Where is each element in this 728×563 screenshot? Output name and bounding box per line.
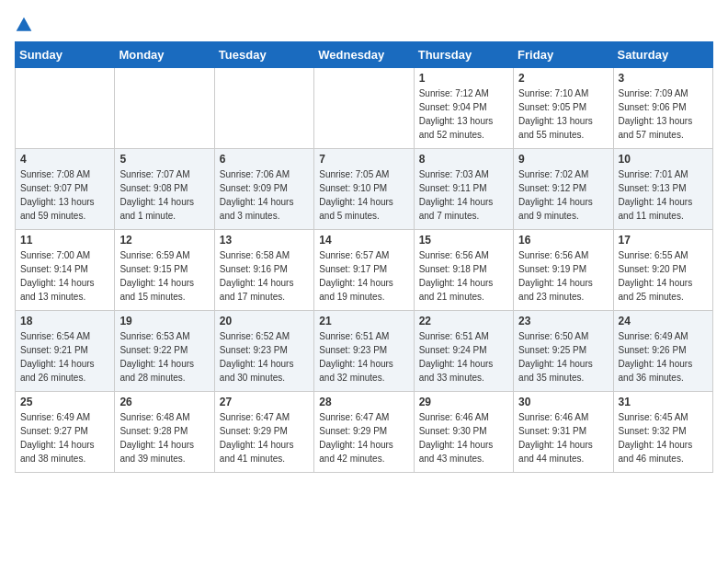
calendar-cell: 8Sunrise: 7:03 AM Sunset: 9:11 PM Daylig… xyxy=(414,149,513,230)
calendar-cell: 14Sunrise: 6:57 AM Sunset: 9:17 PM Dayli… xyxy=(314,230,414,311)
day-info: Sunrise: 7:05 AM Sunset: 9:10 PM Dayligh… xyxy=(319,167,408,223)
day-number: 28 xyxy=(319,396,408,408)
day-number: 27 xyxy=(220,396,309,408)
day-number: 23 xyxy=(518,315,608,327)
day-number: 16 xyxy=(518,234,608,247)
day-info: Sunrise: 6:49 AM Sunset: 9:26 PM Dayligh… xyxy=(619,329,708,385)
day-info: Sunrise: 7:12 AM Sunset: 9:04 PM Dayligh… xyxy=(419,86,508,142)
calendar-body: 1Sunrise: 7:12 AM Sunset: 9:04 PM Daylig… xyxy=(16,68,713,473)
calendar-cell: 7Sunrise: 7:05 AM Sunset: 9:10 PM Daylig… xyxy=(314,149,414,230)
calendar-cell xyxy=(214,68,313,149)
day-number: 6 xyxy=(220,153,309,166)
day-info: Sunrise: 6:47 AM Sunset: 9:29 PM Dayligh… xyxy=(220,410,309,465)
day-number: 19 xyxy=(119,315,209,327)
calendar-cell: 30Sunrise: 6:46 AM Sunset: 9:31 PM Dayli… xyxy=(514,392,613,473)
day-info: Sunrise: 6:54 AM Sunset: 9:21 PM Dayligh… xyxy=(20,329,109,385)
day-info: Sunrise: 7:07 AM Sunset: 9:08 PM Dayligh… xyxy=(119,167,209,223)
day-info: Sunrise: 6:52 AM Sunset: 9:23 PM Dayligh… xyxy=(220,329,309,385)
calendar-cell: 25Sunrise: 6:49 AM Sunset: 9:27 PM Dayli… xyxy=(16,392,115,473)
day-number: 26 xyxy=(119,396,209,408)
weekday-header-row: SundayMondayTuesdayWednesdayThursdayFrid… xyxy=(16,42,713,68)
day-info: Sunrise: 6:51 AM Sunset: 9:23 PM Dayligh… xyxy=(319,329,408,385)
day-number: 29 xyxy=(419,396,508,408)
day-info: Sunrise: 7:01 AM Sunset: 9:13 PM Dayligh… xyxy=(619,167,708,223)
day-info: Sunrise: 7:09 AM Sunset: 9:06 PM Dayligh… xyxy=(619,86,708,142)
day-info: Sunrise: 6:56 AM Sunset: 9:19 PM Dayligh… xyxy=(518,248,608,304)
day-number: 2 xyxy=(518,72,608,85)
calendar-cell: 10Sunrise: 7:01 AM Sunset: 9:13 PM Dayli… xyxy=(613,149,712,230)
day-info: Sunrise: 6:51 AM Sunset: 9:24 PM Dayligh… xyxy=(419,329,508,385)
calendar-cell: 2Sunrise: 7:10 AM Sunset: 9:05 PM Daylig… xyxy=(514,68,613,149)
day-info: Sunrise: 6:46 AM Sunset: 9:31 PM Dayligh… xyxy=(518,410,608,465)
calendar-week-5: 25Sunrise: 6:49 AM Sunset: 9:27 PM Dayli… xyxy=(16,392,713,473)
day-number: 14 xyxy=(319,234,408,247)
day-number: 3 xyxy=(619,72,708,85)
day-number: 15 xyxy=(419,234,508,247)
calendar-cell: 17Sunrise: 6:55 AM Sunset: 9:20 PM Dayli… xyxy=(613,230,712,311)
day-info: Sunrise: 6:49 AM Sunset: 9:27 PM Dayligh… xyxy=(20,410,109,465)
day-number: 8 xyxy=(419,153,508,166)
calendar-cell: 22Sunrise: 6:51 AM Sunset: 9:24 PM Dayli… xyxy=(414,311,513,392)
day-info: Sunrise: 6:58 AM Sunset: 9:16 PM Dayligh… xyxy=(220,248,309,304)
calendar-cell: 11Sunrise: 7:00 AM Sunset: 9:14 PM Dayli… xyxy=(16,230,115,311)
day-info: Sunrise: 6:48 AM Sunset: 9:28 PM Dayligh… xyxy=(119,410,209,465)
day-number: 4 xyxy=(20,153,109,166)
calendar-cell: 29Sunrise: 6:46 AM Sunset: 9:30 PM Dayli… xyxy=(414,392,513,473)
weekday-friday: Friday xyxy=(514,42,613,68)
calendar-cell: 15Sunrise: 6:56 AM Sunset: 9:18 PM Dayli… xyxy=(414,230,513,311)
logo xyxy=(15,15,37,34)
calendar-cell: 12Sunrise: 6:59 AM Sunset: 9:15 PM Dayli… xyxy=(115,230,214,311)
day-number: 20 xyxy=(220,315,309,327)
calendar-cell: 27Sunrise: 6:47 AM Sunset: 9:29 PM Dayli… xyxy=(214,392,313,473)
day-info: Sunrise: 6:56 AM Sunset: 9:18 PM Dayligh… xyxy=(419,248,508,304)
day-number: 17 xyxy=(619,234,708,247)
svg-marker-0 xyxy=(17,17,32,30)
weekday-thursday: Thursday xyxy=(414,42,513,68)
calendar-cell: 9Sunrise: 7:02 AM Sunset: 9:12 PM Daylig… xyxy=(514,149,613,230)
calendar-cell: 21Sunrise: 6:51 AM Sunset: 9:23 PM Dayli… xyxy=(314,311,414,392)
calendar-cell: 6Sunrise: 7:06 AM Sunset: 9:09 PM Daylig… xyxy=(214,149,313,230)
day-number: 7 xyxy=(319,153,408,166)
weekday-monday: Monday xyxy=(115,42,214,68)
day-info: Sunrise: 6:50 AM Sunset: 9:25 PM Dayligh… xyxy=(518,329,608,385)
day-info: Sunrise: 7:00 AM Sunset: 9:14 PM Dayligh… xyxy=(20,248,109,304)
day-info: Sunrise: 6:53 AM Sunset: 9:22 PM Dayligh… xyxy=(119,329,209,385)
calendar-cell: 18Sunrise: 6:54 AM Sunset: 9:21 PM Dayli… xyxy=(16,311,115,392)
calendar-cell: 19Sunrise: 6:53 AM Sunset: 9:22 PM Dayli… xyxy=(115,311,214,392)
calendar-table: SundayMondayTuesdayWednesdayThursdayFrid… xyxy=(15,41,713,473)
weekday-saturday: Saturday xyxy=(613,42,712,68)
calendar-cell xyxy=(16,68,115,149)
calendar-cell: 13Sunrise: 6:58 AM Sunset: 9:16 PM Dayli… xyxy=(214,230,313,311)
day-number: 10 xyxy=(619,153,708,166)
day-info: Sunrise: 6:59 AM Sunset: 9:15 PM Dayligh… xyxy=(119,248,209,304)
calendar-cell: 24Sunrise: 6:49 AM Sunset: 9:26 PM Dayli… xyxy=(613,311,712,392)
weekday-tuesday: Tuesday xyxy=(214,42,313,68)
logo-icon xyxy=(15,16,33,34)
day-number: 21 xyxy=(319,315,408,327)
calendar-week-2: 4Sunrise: 7:08 AM Sunset: 9:07 PM Daylig… xyxy=(16,149,713,230)
calendar-cell: 26Sunrise: 6:48 AM Sunset: 9:28 PM Dayli… xyxy=(115,392,214,473)
page-header xyxy=(15,15,713,34)
day-number: 22 xyxy=(419,315,508,327)
day-number: 25 xyxy=(20,396,109,408)
calendar-cell: 3Sunrise: 7:09 AM Sunset: 9:06 PM Daylig… xyxy=(613,68,712,149)
day-info: Sunrise: 6:45 AM Sunset: 9:32 PM Dayligh… xyxy=(619,410,708,465)
day-number: 9 xyxy=(518,153,608,166)
day-info: Sunrise: 6:57 AM Sunset: 9:17 PM Dayligh… xyxy=(319,248,408,304)
day-info: Sunrise: 6:47 AM Sunset: 9:29 PM Dayligh… xyxy=(319,410,408,465)
day-number: 5 xyxy=(119,153,209,166)
day-number: 13 xyxy=(220,234,309,247)
day-info: Sunrise: 7:08 AM Sunset: 9:07 PM Dayligh… xyxy=(20,167,109,223)
day-number: 31 xyxy=(619,396,708,408)
weekday-sunday: Sunday xyxy=(16,42,115,68)
calendar-cell xyxy=(115,68,214,149)
day-info: Sunrise: 7:02 AM Sunset: 9:12 PM Dayligh… xyxy=(518,167,608,223)
calendar-cell: 20Sunrise: 6:52 AM Sunset: 9:23 PM Dayli… xyxy=(214,311,313,392)
day-number: 24 xyxy=(619,315,708,327)
calendar-cell: 28Sunrise: 6:47 AM Sunset: 9:29 PM Dayli… xyxy=(314,392,414,473)
day-info: Sunrise: 6:46 AM Sunset: 9:30 PM Dayligh… xyxy=(419,410,508,465)
day-number: 12 xyxy=(119,234,209,247)
calendar-cell: 1Sunrise: 7:12 AM Sunset: 9:04 PM Daylig… xyxy=(414,68,513,149)
calendar-cell: 5Sunrise: 7:07 AM Sunset: 9:08 PM Daylig… xyxy=(115,149,214,230)
calendar-week-1: 1Sunrise: 7:12 AM Sunset: 9:04 PM Daylig… xyxy=(16,68,713,149)
